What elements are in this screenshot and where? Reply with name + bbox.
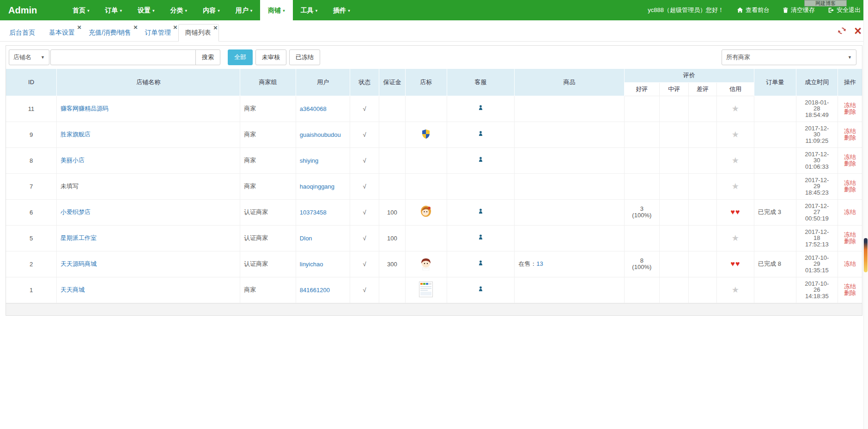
- person-icon[interactable]: [477, 158, 484, 165]
- cell-service: [447, 122, 515, 147]
- col-status: 状态: [350, 69, 379, 96]
- shop-name-link[interactable]: 天天源码商城: [61, 260, 97, 267]
- op-link-delete[interactable]: 删除: [842, 186, 858, 193]
- shop-name-link[interactable]: 小爱织梦店: [61, 208, 91, 215]
- cell-bad-rating: [689, 122, 716, 147]
- tab-order-management[interactable]: 订单管理×: [139, 24, 178, 42]
- chevron-down-icon: ▾: [250, 8, 253, 13]
- table-row: 11赚客网赚精品源码商家a3640068√★2018-01-28 18:54:4…: [6, 96, 862, 122]
- avatar-orange-logo: [420, 213, 432, 220]
- nav-item-categories[interactable]: 分类▾: [163, 0, 195, 20]
- person-icon[interactable]: [477, 209, 484, 216]
- user-link[interactable]: guaishoubudou: [300, 131, 341, 138]
- cell-orders: 已完成 3: [754, 199, 796, 225]
- op-link-freeze[interactable]: 冻结: [842, 209, 858, 215]
- op-link-delete[interactable]: 删除: [842, 160, 858, 167]
- col-bad-rating: 差评: [689, 82, 716, 96]
- op-link-freeze[interactable]: 冻结: [842, 180, 858, 186]
- merchant-select[interactable]: 所有商家 ▼: [722, 49, 856, 65]
- op-link-delete[interactable]: 删除: [842, 109, 858, 115]
- user-link[interactable]: Dlon: [300, 235, 312, 242]
- person-icon[interactable]: [477, 261, 484, 268]
- cell-deposit: 100: [379, 225, 405, 251]
- nav-item-users[interactable]: 用户▾: [228, 0, 261, 20]
- nav-item-orders[interactable]: 订单▾: [97, 0, 130, 20]
- nav-action-logout[interactable]: 安全退出: [828, 6, 861, 14]
- nav-action-clear-cache[interactable]: 清空缓存: [783, 6, 815, 14]
- scrollbar-thumb[interactable]: [864, 238, 868, 272]
- op-link-freeze[interactable]: 冻结: [842, 154, 858, 160]
- tab-basic-settings[interactable]: 基本设置×: [42, 24, 82, 42]
- op-link-freeze[interactable]: 冻结: [842, 261, 858, 267]
- cell-credit: ★: [716, 96, 754, 122]
- user-link[interactable]: a3640068: [300, 105, 327, 112]
- cell-status: √: [350, 251, 379, 277]
- nav-item-settings[interactable]: 设置▾: [130, 0, 163, 20]
- cell-created-time: 2017-10-29 01:35:15: [796, 251, 838, 277]
- nav-action-view-frontend[interactable]: 查看前台: [737, 6, 770, 14]
- tab-close-icon[interactable]: ×: [173, 25, 177, 30]
- user-link[interactable]: shiying: [300, 157, 318, 164]
- table-row: 5星期派工作室认证商家Dlon√100★2017-12-18 17:52:13冻…: [6, 225, 862, 251]
- tab-close-icon[interactable]: ×: [77, 25, 81, 30]
- cell-shop-logo: [406, 96, 447, 122]
- nav-item-shops[interactable]: 商铺▾: [260, 0, 293, 20]
- cell-bad-rating: [689, 173, 716, 199]
- user-link[interactable]: 10373458: [300, 209, 327, 216]
- cell-good-rating: [624, 277, 659, 303]
- search-input[interactable]: [50, 49, 196, 65]
- user-link[interactable]: haoqinggang: [300, 183, 334, 190]
- shop-name-link[interactable]: 天天商城: [61, 286, 85, 293]
- cell-operations: 冻结: [838, 199, 862, 225]
- shop-name-link[interactable]: 胜家旗舰店: [61, 131, 91, 138]
- cell-orders: [754, 147, 796, 173]
- nav-item-content[interactable]: 内容▾: [195, 0, 228, 20]
- search-button[interactable]: 搜索: [195, 49, 220, 65]
- search-field-select[interactable]: 店铺名 ▼: [9, 49, 49, 65]
- navbar-actions: 查看前台清空缓存安全退出: [737, 6, 861, 14]
- op-link-freeze[interactable]: 冻结: [842, 283, 858, 290]
- person-icon[interactable]: [477, 132, 484, 139]
- cell-shop-name: 美丽小店: [57, 147, 240, 173]
- shop-name-link[interactable]: 美丽小店: [61, 157, 85, 164]
- cell-orders: [754, 277, 796, 303]
- person-icon[interactable]: [477, 287, 484, 294]
- cell-mid-rating: [660, 251, 689, 277]
- nav-item-home[interactable]: 首页▾: [65, 0, 97, 20]
- status-button-all[interactable]: 全部: [228, 49, 253, 65]
- op-link-freeze[interactable]: 冻结: [842, 128, 858, 135]
- tab-shop-list[interactable]: 商铺列表×: [178, 24, 219, 42]
- nav-item-tools[interactable]: 工具▾: [293, 0, 326, 20]
- nav-item-plugins[interactable]: 插件▾: [325, 0, 358, 20]
- product-count-link[interactable]: 13: [536, 260, 543, 267]
- home-icon: [737, 7, 743, 13]
- op-link-freeze[interactable]: 冻结: [842, 232, 858, 238]
- refresh-icon[interactable]: [837, 26, 847, 36]
- op-link-freeze[interactable]: 冻结: [842, 102, 858, 109]
- shop-name-link[interactable]: 赚客网赚精品源码: [61, 105, 109, 112]
- scrollbar-track[interactable]: [863, 0, 868, 429]
- shop-name-link[interactable]: 星期派工作室: [61, 234, 97, 241]
- tab-recharge-consume-sales[interactable]: 充值/消费/销售×: [82, 24, 139, 42]
- cell-id: 2: [6, 251, 57, 277]
- close-icon[interactable]: ×: [854, 26, 862, 36]
- tab-close-icon[interactable]: ×: [134, 25, 138, 30]
- person-icon[interactable]: [477, 106, 484, 113]
- app-brand[interactable]: Admin: [0, 0, 65, 20]
- op-link-delete[interactable]: 删除: [842, 290, 858, 296]
- user-link[interactable]: 841661200: [300, 287, 330, 294]
- col-id: ID: [6, 69, 57, 96]
- op-link-delete[interactable]: 删除: [842, 135, 858, 141]
- status-button-unreviewed[interactable]: 未审核: [255, 49, 286, 65]
- nav-item-label: 设置: [138, 6, 151, 14]
- user-link[interactable]: linyichao: [300, 261, 323, 268]
- cell-service: [447, 199, 515, 225]
- cell-user: guaishoubudou: [296, 122, 350, 147]
- tab-dashboard[interactable]: 后台首页: [3, 24, 42, 42]
- tab-label: 充值/消费/销售: [89, 29, 131, 37]
- status-button-frozen[interactable]: 已冻结: [289, 49, 320, 65]
- person-icon[interactable]: [477, 235, 484, 242]
- cell-shop-name: 天天源码商城: [57, 251, 240, 277]
- op-link-delete[interactable]: 删除: [842, 238, 858, 245]
- tab-close-icon[interactable]: ×: [213, 25, 218, 31]
